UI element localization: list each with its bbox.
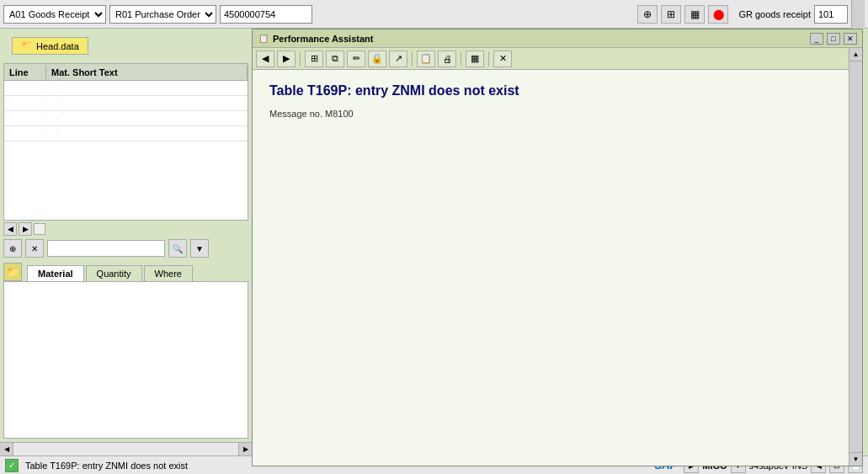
h-scroll-right-btn[interactable]: ▶ (238, 443, 252, 455)
transaction-select[interactable]: A01 Goods Receipt (3, 5, 106, 24)
minimize-btn[interactable]: _ (810, 33, 823, 45)
main-area: 📁 Head.data Line Mat. Short Text ◀ ▶ (0, 29, 868, 455)
top-toolbar: A01 Goods Receipt R01 Purchase Order ⊕ ⊞… (0, 0, 868, 29)
print-btn[interactable]: 🖨 (438, 51, 456, 67)
forward-btn[interactable]: ▶ (277, 51, 296, 67)
tab-content (3, 281, 248, 439)
table-row[interactable] (4, 81, 248, 96)
stop-icon-btn[interactable]: ⬤ (708, 5, 728, 24)
h-scroll-left-btn[interactable]: ◀ (0, 443, 13, 455)
tab-quantity[interactable]: Quantity (86, 265, 142, 281)
edit-btn[interactable]: ✏ (347, 51, 365, 67)
head-data-label: Head.data (36, 41, 79, 51)
left-panel: 📁 Head.data Line Mat. Short Text ◀ ▶ (0, 29, 253, 455)
separator-2 (412, 51, 413, 67)
order-type-select[interactable]: R01 Purchase Order (109, 5, 216, 24)
head-data-button[interactable]: 📁 Head.data (12, 37, 88, 55)
scroll-left-btn[interactable]: ◀ (3, 222, 17, 236)
separator-4 (488, 51, 489, 67)
table-row[interactable] (4, 111, 248, 126)
folder-icon: 📁 (21, 40, 33, 51)
nav3-icon-btn[interactable]: ▦ (684, 5, 705, 24)
bottom-toolbar: ⊕ ✕ 🔍 ▼ (0, 237, 252, 259)
scroll-track (34, 223, 45, 235)
perf-scrollbar: ▲ ▼ (849, 48, 862, 466)
table-row[interactable] (4, 126, 248, 141)
table-row[interactable] (4, 96, 248, 111)
back-btn[interactable]: ◀ (256, 51, 274, 67)
col-mat-short-text: Mat. Short Text (46, 66, 248, 79)
col-line: Line (4, 66, 46, 79)
tab-where[interactable]: Where (144, 265, 193, 281)
scroll-right-btn[interactable]: ▶ (19, 222, 32, 236)
table-rows (4, 81, 248, 148)
grid-btn[interactable]: ▦ (466, 51, 484, 67)
gr-label: GR goods receipt (738, 9, 811, 19)
h-scroll-track (13, 443, 238, 455)
clipboard-btn[interactable]: 📋 (417, 51, 435, 67)
tabs-row: 📁 Material Quantity Where (0, 259, 252, 281)
close-btn[interactable]: ✕ (844, 33, 857, 45)
search-input[interactable] (47, 240, 165, 257)
maximize-btn[interactable]: □ (827, 33, 840, 45)
search-btn[interactable]: 🔍 (168, 239, 187, 258)
copy-btn[interactable]: ⧉ (326, 51, 344, 67)
lock-btn[interactable]: 🔒 (368, 51, 386, 67)
separator-1 (300, 51, 301, 67)
perf-title-icon: 📋 (258, 33, 269, 45)
nav1-icon-btn[interactable]: ⊕ (637, 5, 658, 24)
nav2-icon-btn[interactable]: ⊞ (661, 5, 681, 24)
perf-title-bar: 📋 Performance Assistant _ □ ✕ (253, 29, 862, 48)
filter-btn[interactable]: ▼ (190, 239, 209, 258)
order-number-input[interactable] (220, 5, 312, 24)
table-area: Line Mat. Short Text (3, 63, 248, 221)
perf-dialog: 📋 Performance Assistant _ □ ✕ ◀ ▶ ⊞ ⧉ ✏ … (252, 29, 863, 466)
h-scrollbar: ◀ ▶ (0, 442, 252, 455)
status-check-icon: ✓ (5, 459, 19, 472)
link-btn[interactable]: ↗ (389, 51, 407, 67)
separator-3 (461, 51, 461, 67)
gr-number-input[interactable] (814, 5, 848, 24)
scroll-top-right (851, 0, 865, 29)
perf-scroll-down-btn[interactable]: ▼ (849, 452, 862, 466)
delete-row-btn[interactable]: ✕ (25, 239, 44, 258)
close-tool-btn[interactable]: ✕ (493, 51, 512, 67)
table-header: Line Mat. Short Text (4, 64, 248, 81)
perf-scroll-up-btn[interactable]: ▲ (849, 48, 862, 61)
folder-btn[interactable]: 📁 (3, 263, 22, 281)
perf-toolbar: ◀ ▶ ⊞ ⧉ ✏ 🔒 ↗ 📋 🖨 ▦ ✕ (253, 48, 862, 70)
perf-main-title: Table T169P: entry ZNMI does not exist (269, 83, 845, 99)
scroll-arrows: ◀ ▶ (0, 221, 252, 237)
perf-content: Table T169P: entry ZNMI does not exist M… (253, 70, 862, 466)
add-row-btn[interactable]: ⊕ (3, 239, 22, 258)
perf-message: Message no. M8100 (269, 109, 845, 119)
tab-material[interactable]: Material (27, 265, 84, 281)
expand-btn[interactable]: ⊞ (305, 51, 323, 67)
perf-title-text: Performance Assistant (273, 34, 807, 44)
